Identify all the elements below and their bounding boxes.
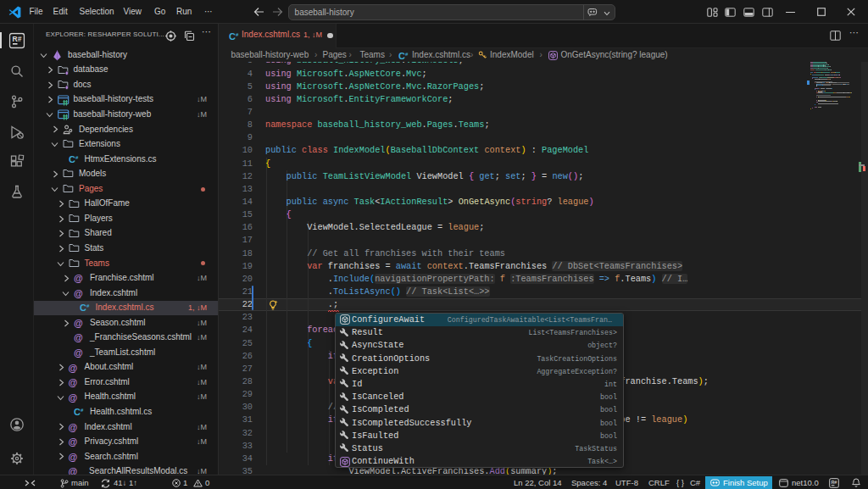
svg-text:#: # [405, 52, 409, 57]
svg-text:#: # [236, 32, 239, 37]
svg-text:C: C [80, 303, 86, 313]
svg-text:R#: R# [831, 480, 837, 485]
svg-text:C: C [69, 154, 75, 164]
svg-text:#: # [86, 303, 90, 308]
svg-text:C: C [229, 31, 236, 42]
svg-text:C: C [398, 51, 405, 61]
svg-text:R#: R# [12, 35, 21, 43]
svg-text:#: # [81, 408, 84, 413]
svg-text:C: C [74, 407, 81, 417]
svg-text:#: # [75, 155, 79, 160]
